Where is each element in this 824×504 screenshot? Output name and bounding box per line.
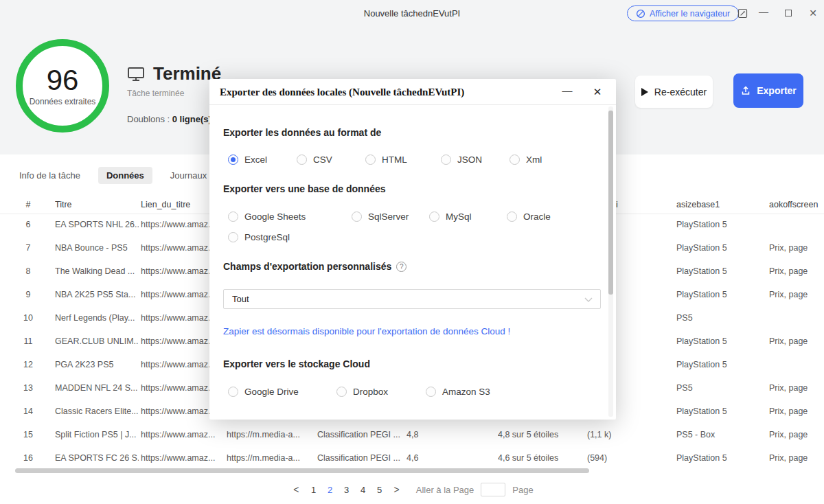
radio-circle [507,211,517,222]
table-cell: 15 [18,423,38,446]
radio-amazon-s3[interactable]: Amazon S3 [426,385,490,398]
table-cell: 16 [18,446,38,470]
goto-page-input[interactable] [481,483,505,496]
table-cell: Prix, page [769,446,824,470]
table-cell: PlayStation 5 [676,330,766,353]
rerun-button[interactable]: Re-exécuter [635,76,713,108]
modal-minimize-icon[interactable]: — [557,79,577,105]
table-cell: 12 [18,353,38,376]
cloud-section-heading: Exporter vers le stockage Cloud [223,358,370,369]
radio-label: Google Drive [244,387,299,397]
radio-oracle[interactable]: Oracle [507,209,551,223]
page-number-4[interactable]: 4 [358,485,368,495]
radio-xml[interactable]: Xml [510,152,542,166]
radio-circle [228,154,238,165]
table-cell: PS5 [676,376,766,400]
table-cell: 10 [18,306,38,330]
table-cell: NBA 2K25 PS5 Sta... [55,283,139,306]
table-cell: Prix, page [769,330,824,353]
page-suffix-label: Page [512,485,533,495]
table-cell: EA SPORTS FC 26 S... [55,446,139,470]
page-number-1[interactable]: 1 [309,485,319,495]
table-cell: MADDEN NFL 24 S... [55,376,139,400]
radio-circle [228,387,238,397]
table-cell: PS5 [676,306,766,330]
radio-sqlserver[interactable]: SqlServer [352,209,409,223]
column-header-titre: Titre [55,196,139,214]
radio-json[interactable]: JSON [441,152,482,166]
radio-label: Dropbox [353,387,388,397]
radio-google-drive[interactable]: Google Drive [228,385,299,398]
modal-title: Exporter des données locales (Nouvelle t… [220,79,464,105]
table-cell: 9 [18,283,38,306]
tab-journaux[interactable]: Journaux [170,167,207,184]
extracted-count: 96 [47,65,79,95]
page-number-5[interactable]: 5 [375,485,385,495]
duplicates-line: Doublons : 0 ligne(s) [127,114,211,124]
export-button[interactable]: Exporter [733,73,803,108]
radio-circle [510,154,520,165]
modal-close-icon[interactable]: ✕ [587,79,608,105]
tab-donn-es[interactable]: Données [98,167,152,184]
modal-scrollbar-thumb[interactable] [608,111,613,295]
upload-icon [740,85,751,96]
table-cell: 4,6 [407,446,468,470]
table-cell: The Walking Dead ... [55,260,139,283]
table-cell: PlayStation 5 [676,213,766,236]
table-cell: PS5 - Box [676,423,766,446]
next-page-arrow[interactable]: > [391,484,402,495]
chevron-down-icon [584,297,593,302]
page-number-3[interactable]: 3 [342,485,352,495]
radio-dropbox[interactable]: Dropbox [336,385,388,398]
horizontal-scrollbar[interactable] [15,468,589,473]
table-cell: 11 [18,330,38,353]
maximize-button[interactable] [782,7,794,19]
radio-label: SqlServer [368,211,409,222]
export-modal: Exporter des données locales (Nouvelle t… [209,79,616,420]
table-cell: 7 [18,236,38,260]
radio-postgresql[interactable]: PostgreSql [228,230,290,244]
table-cell: (1,1 k) [587,423,635,446]
compose-icon[interactable] [736,7,748,19]
radio-circle [352,211,362,222]
radio-mysql[interactable]: MySql [429,209,472,223]
table-cell: Split Fiction PS5 | J... [55,423,139,446]
radio-csv[interactable]: CSV [297,152,332,166]
fields-dropdown[interactable]: Tout [223,289,601,309]
extracted-count-ring: 96 Données extraites [16,39,109,133]
column-header-i: i [616,196,630,214]
radio-label: JSON [457,154,482,165]
radio-label: CSV [313,154,332,165]
table-cell: (594) [587,446,635,470]
radio-circle [297,154,307,165]
maximize-icon [785,10,792,16]
show-browser-button[interactable]: Afficher le navigateur [627,5,739,21]
table-cell: 4,8 [407,423,468,446]
table-cell: PlayStation 5 [676,400,766,423]
radio-label: Amazon S3 [442,387,490,397]
goto-page-label: Aller à la Page [416,485,474,495]
tab-info-de-la-t-che[interactable]: Info de la tâche [19,167,80,184]
table-row[interactable]: 16EA SPORTS FC 26 S...https://www.amaz..… [0,446,824,470]
table-cell: PlayStation 5 [676,236,766,260]
database-section-heading: Exporter vers une base de données [223,183,386,194]
radio-html[interactable]: HTML [365,152,407,166]
show-browser-label: Afficher le navigateur [650,9,730,19]
radio-google-sheets[interactable]: Google Sheets [228,209,306,223]
format-section-heading: Exporter les données au format de [223,127,381,138]
table-row[interactable]: 15Split Fiction PS5 | J...https://www.am… [0,423,824,446]
table-cell: GEAR.CLUB UNLIM... [55,330,139,353]
previous-page-arrow[interactable]: < [290,484,301,495]
help-icon[interactable]: ? [396,262,407,272]
radio-circle [426,387,436,397]
page-number-2[interactable]: 2 [325,485,335,495]
radio-excel[interactable]: Excel [228,152,267,166]
duplicates-label: Doublons : [127,114,170,124]
duplicates-value: 0 ligne(s) [172,114,211,124]
minimize-button[interactable]: — [757,5,770,18]
close-button[interactable]: ✕ [807,7,819,19]
table-cell: 8 [18,260,38,283]
column-header-asizebase1: asizebase1 [676,196,766,214]
zapier-link[interactable]: Zapier est désormais disponible pour l'e… [223,326,510,336]
radio-label: MySql [446,211,472,222]
